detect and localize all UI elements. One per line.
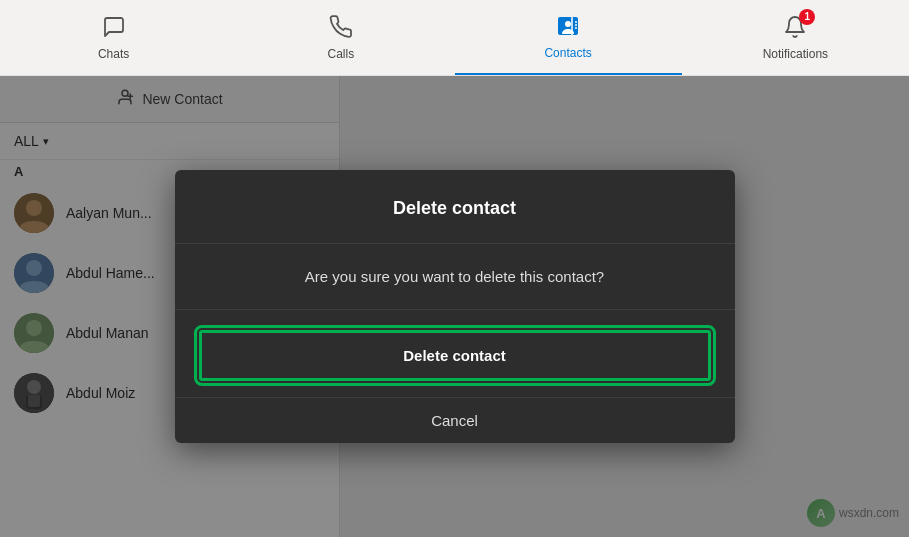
notifications-label: Notifications bbox=[763, 47, 828, 61]
delete-contact-dialog: Delete contact Are you sure you want to … bbox=[175, 170, 735, 443]
main-content: New Contact ALL ▾ A Aalyan Mun... bbox=[0, 76, 909, 537]
calls-icon bbox=[329, 15, 353, 43]
nav-notifications[interactable]: 1 Notifications bbox=[682, 0, 909, 75]
cancel-button[interactable]: Cancel bbox=[175, 397, 735, 443]
contacts-icon bbox=[556, 14, 580, 42]
calls-label: Calls bbox=[328, 47, 355, 61]
chats-label: Chats bbox=[98, 47, 129, 61]
notifications-icon: 1 bbox=[783, 15, 807, 43]
nav-chats[interactable]: Chats bbox=[0, 0, 227, 75]
chats-icon bbox=[102, 15, 126, 43]
contacts-label: Contacts bbox=[544, 46, 591, 60]
modal-overlay: Delete contact Are you sure you want to … bbox=[0, 76, 909, 537]
dialog-message: Are you sure you want to delete this con… bbox=[175, 244, 735, 310]
delete-contact-button[interactable]: Delete contact bbox=[199, 330, 711, 381]
nav-calls[interactable]: Calls bbox=[227, 0, 454, 75]
notification-badge: 1 bbox=[799, 9, 815, 25]
dialog-title: Delete contact bbox=[175, 170, 735, 244]
svg-point-1 bbox=[565, 21, 571, 27]
top-nav: Chats Calls Contacts bbox=[0, 0, 909, 76]
nav-contacts[interactable]: Contacts bbox=[455, 0, 682, 75]
